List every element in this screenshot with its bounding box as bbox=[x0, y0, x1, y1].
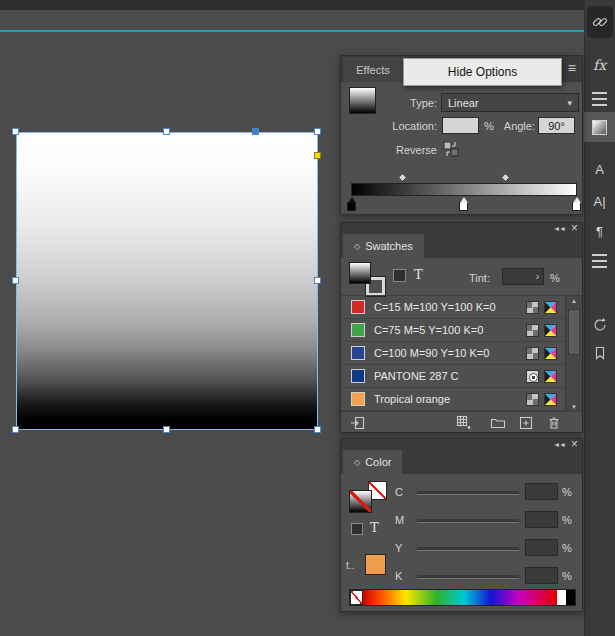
gradient-ramp[interactable] bbox=[351, 183, 577, 196]
channel-label-k: K bbox=[395, 569, 402, 583]
gradient-stop-middle[interactable] bbox=[459, 202, 468, 211]
channel-slider-c[interactable] bbox=[417, 491, 519, 494]
fill-proxy-gradient[interactable] bbox=[349, 490, 372, 513]
color-panel: ◄◄ × ◇ Color T t.. C % M % Y % K bbox=[340, 438, 583, 612]
effects-panel-button[interactable]: fx bbox=[584, 52, 615, 78]
selection-handle-middle-left[interactable] bbox=[12, 277, 19, 284]
tab-color[interactable]: ◇ Color bbox=[343, 450, 402, 474]
panel-menu-icon[interactable]: ≡ bbox=[568, 60, 576, 76]
swatch-row[interactable]: C=100 M=90 Y=10 K=0 bbox=[341, 342, 565, 365]
fill-stroke-proxy[interactable] bbox=[349, 262, 385, 296]
color-panel-top-strip: ◄◄ × bbox=[341, 439, 582, 450]
swatch-views-button[interactable] bbox=[456, 415, 472, 431]
formatting-affects-text-button[interactable]: T bbox=[370, 520, 379, 535]
corner-options-widget[interactable] bbox=[314, 152, 321, 159]
process-color-icon bbox=[526, 347, 539, 360]
bookmarks-panel-button[interactable] bbox=[584, 340, 615, 366]
load-swatches-button[interactable] bbox=[350, 415, 366, 431]
tab-effects[interactable]: Effects bbox=[343, 57, 403, 82]
channel-field-c[interactable] bbox=[525, 483, 558, 500]
gradient-midpoint-marker[interactable] bbox=[398, 173, 408, 183]
scroll-down-arrow[interactable]: ▼ bbox=[566, 404, 582, 410]
formatting-affects-container-button[interactable] bbox=[393, 269, 406, 282]
gradient-preview-thumbnail[interactable] bbox=[349, 87, 376, 114]
bookmark-icon bbox=[592, 345, 608, 361]
selection-handle-bottom-middle[interactable] bbox=[163, 426, 170, 433]
selection-handle-top-middle[interactable] bbox=[163, 128, 170, 135]
swatch-row[interactable]: PANTONE 287 C bbox=[341, 365, 565, 388]
collapse-panel-icon[interactable]: ◄◄ bbox=[553, 441, 565, 448]
selection-handle-top-left[interactable] bbox=[12, 128, 19, 135]
channel-slider-k[interactable] bbox=[417, 575, 519, 578]
gradient-panel-button[interactable] bbox=[584, 112, 615, 142]
glyphs-panel-button[interactable] bbox=[584, 248, 615, 274]
cmyk-mode-icon bbox=[544, 370, 557, 383]
spectrum-white[interactable] bbox=[557, 590, 566, 605]
diamond-icon: ◇ bbox=[354, 242, 360, 251]
tint-field[interactable]: › bbox=[502, 268, 544, 285]
swatches-scrollbar[interactable]: ▲ ▼ bbox=[565, 296, 582, 412]
formatting-affects-text-button[interactable]: T bbox=[414, 267, 423, 282]
swatch-row[interactable]: Tropical orange bbox=[341, 388, 565, 411]
character-styles-panel-button[interactable]: A| bbox=[584, 188, 615, 214]
character-panel-button[interactable]: A bbox=[584, 156, 615, 182]
swatches-panel: ◄◄ × ◇ Swatches T Tint: › % C=15 M=100 Y… bbox=[340, 222, 583, 433]
angle-field[interactable]: 90° bbox=[538, 117, 575, 134]
location-field[interactable] bbox=[442, 117, 479, 134]
channel-slider-m[interactable] bbox=[417, 519, 519, 522]
process-color-icon bbox=[526, 301, 539, 314]
selection-handle-bottom-right[interactable] bbox=[314, 426, 321, 433]
collapse-panel-icon[interactable]: ◄◄ bbox=[553, 225, 565, 232]
swatches-panel-top-strip: ◄◄ × bbox=[341, 223, 582, 234]
selection-handle-bottom-left[interactable] bbox=[12, 426, 19, 433]
channel-field-m[interactable] bbox=[525, 511, 558, 528]
selection-handle-top-right[interactable] bbox=[314, 128, 321, 135]
indent-lines-icon bbox=[592, 254, 607, 268]
angle-label: Angle: bbox=[491, 119, 535, 133]
gradient-type-dropdown[interactable]: Linear ▾ bbox=[441, 93, 579, 112]
process-color-icon bbox=[526, 324, 539, 337]
reverse-button[interactable] bbox=[441, 139, 461, 159]
new-swatch-button[interactable] bbox=[518, 415, 534, 431]
none-swatch[interactable] bbox=[350, 590, 363, 605]
selection-handle-middle-right[interactable] bbox=[314, 277, 321, 284]
link-button[interactable] bbox=[587, 6, 613, 38]
tab-swatches[interactable]: ◇ Swatches bbox=[343, 234, 424, 258]
channel-field-y[interactable] bbox=[525, 539, 558, 556]
gradient-midpoint-marker[interactable] bbox=[501, 173, 511, 183]
delete-swatch-button[interactable] bbox=[546, 415, 562, 431]
channel-label-y: Y bbox=[395, 541, 402, 555]
indesign-workspace: fx A A| ¶ Effects ≡ Type: Linear ▾ Locat… bbox=[0, 0, 615, 636]
gradient-rectangle-object[interactable] bbox=[16, 132, 318, 430]
paragraph-styles-panel-button[interactable] bbox=[584, 86, 615, 112]
close-panel-icon[interactable]: × bbox=[571, 437, 578, 451]
scrollbar-thumb[interactable] bbox=[568, 309, 580, 355]
paragraph-panel-button[interactable]: ¶ bbox=[584, 218, 615, 244]
spectrum-rainbow[interactable] bbox=[363, 590, 557, 605]
new-group-folder-button[interactable] bbox=[490, 415, 506, 431]
fill-stroke-proxy[interactable] bbox=[349, 479, 387, 517]
selection-handle-top-blue[interactable] bbox=[252, 128, 259, 135]
formatting-affects-container-button[interactable] bbox=[351, 523, 363, 535]
channel-slider-y[interactable] bbox=[417, 547, 519, 550]
hide-options-menu-item[interactable]: Hide Options bbox=[403, 58, 562, 86]
swatch-row[interactable]: C=75 M=5 Y=100 K=0 bbox=[341, 319, 565, 342]
hide-options-label: Hide Options bbox=[448, 65, 517, 79]
swatches-tab-row: ◇ Swatches bbox=[341, 234, 582, 258]
swatch-color-chip bbox=[351, 392, 365, 406]
swatch-row[interactable]: C=15 M=100 Y=100 K=0 bbox=[341, 296, 565, 319]
color-spectrum-bar[interactable] bbox=[349, 589, 576, 606]
swatch-color-chip bbox=[351, 346, 365, 360]
gradient-stop-white[interactable] bbox=[572, 202, 581, 211]
share-panel-button[interactable] bbox=[584, 312, 615, 338]
last-used-color-swatch[interactable] bbox=[365, 554, 386, 575]
scroll-up-arrow[interactable]: ▲ bbox=[566, 298, 582, 304]
channel-field-k[interactable] bbox=[525, 567, 558, 584]
swatch-name: C=15 M=100 Y=100 K=0 bbox=[374, 296, 496, 318]
gradient-stop-black[interactable] bbox=[347, 202, 356, 211]
fill-proxy[interactable] bbox=[349, 262, 371, 284]
spectrum-black[interactable] bbox=[566, 590, 575, 605]
close-panel-icon[interactable]: × bbox=[571, 221, 578, 235]
gradient-icon bbox=[592, 120, 607, 135]
top-bar bbox=[0, 0, 615, 10]
